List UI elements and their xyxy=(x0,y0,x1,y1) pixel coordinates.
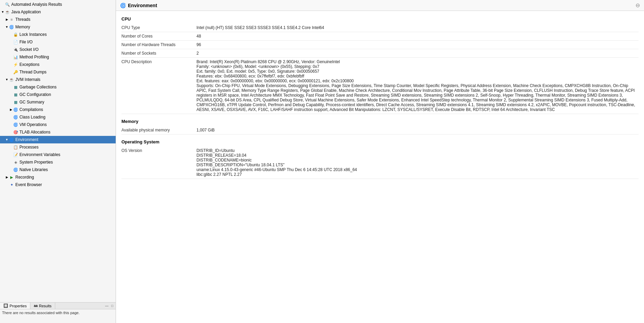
tree-item-icon: 🔒 xyxy=(13,32,18,37)
row-value: 48 xyxy=(196,32,639,41)
tree-item-icon: 📝 xyxy=(13,152,18,157)
sidebar-item-environment[interactable]: ▼🌀Environment xyxy=(0,136,116,143)
memory-heading: Memory xyxy=(121,119,639,124)
table-row: CPU DescriptionBrand: Intel(R) Xeon(R) P… xyxy=(121,58,639,114)
tab-properties[interactable]: 🔲 Properties xyxy=(0,303,30,309)
tree-item-label: Event Browser xyxy=(15,182,42,188)
row-value: 96 xyxy=(196,41,639,49)
sidebar-item-java-application[interactable]: ▼☕Java Application xyxy=(0,8,116,16)
tree-arrow: ▼ xyxy=(5,137,9,143)
tree-item-icon: 🌀 xyxy=(9,24,14,30)
environment-header-icon: 🌀 xyxy=(120,3,126,8)
tree-item-icon: ✦ xyxy=(9,182,14,187)
sidebar-item-file-io[interactable]: 📄File I/O xyxy=(0,38,116,46)
memory-table: Available physical memory1,007 GiB xyxy=(121,126,639,135)
tree-item-label: Garbage Collections xyxy=(19,84,57,90)
tree-arrow: ▼ xyxy=(1,9,5,15)
tree-item-icon: 🔌 xyxy=(13,47,18,52)
properties-icon: 🔲 xyxy=(3,304,8,308)
sidebar-item-exceptions[interactable]: ⚡Exceptions xyxy=(0,61,116,68)
sidebar-item-processes[interactable]: 📋Processes xyxy=(0,143,116,151)
tree-item-icon: ≡ xyxy=(9,17,14,22)
tree-item-label: VM Operations xyxy=(19,122,47,128)
tree-item-icon: ▶ xyxy=(9,174,14,180)
tree-item-label: Socket I/O xyxy=(19,46,39,53)
main-panel: 🌀 Environment ⊖ CPU CPU TypeIntel (null)… xyxy=(116,0,644,323)
cpu-heading: CPU xyxy=(121,16,639,22)
results-label: Results xyxy=(39,304,52,308)
sidebar-item-threads[interactable]: ▶≡Threads xyxy=(0,16,116,23)
tree-item-label: JVM Internals xyxy=(15,76,40,83)
bottom-tabs: 🔲 Properties aa Results — □ xyxy=(0,303,116,309)
sidebar-item-memory[interactable]: ▼🌀Memory xyxy=(0,23,116,31)
sidebar-item-vm-operations[interactable]: 🌀VM Operations xyxy=(0,121,116,128)
table-row: CPU TypeIntel (null) (HT) SSE SSE2 SSE3 … xyxy=(121,24,639,32)
tree-item-icon: ▦ xyxy=(13,99,18,105)
tree-arrow: ▶ xyxy=(9,107,13,113)
row-label: CPU Description xyxy=(121,58,196,114)
sidebar-item-method-profiling[interactable]: 📊Method Profiling xyxy=(0,53,116,61)
tree-item-label: GC Summary xyxy=(19,99,44,105)
sidebar-item-class-loading[interactable]: 🌀Class Loading xyxy=(0,113,116,121)
tree-item-label: Processes xyxy=(19,144,39,150)
tree-item-label: Compilations xyxy=(19,107,43,113)
table-row: OS VersionDISTRIB_ID=UbuntuDISTRIB_RELEA… xyxy=(121,146,639,179)
tree-item-icon: ☕ xyxy=(9,77,14,82)
tab-results[interactable]: aa Results xyxy=(30,303,55,309)
tree-item-icon: 🌀 xyxy=(13,167,18,172)
no-results-text: There are no results associated with thi… xyxy=(2,311,79,315)
table-row: Number of Hardware Threads96 xyxy=(121,41,639,49)
sidebar-item-compilations[interactable]: ▶🌀Compilations xyxy=(0,106,116,113)
row-value: 1,007 GiB xyxy=(196,126,639,135)
tree-item-label: System Properties xyxy=(19,159,53,165)
sidebar-item-gc-summary[interactable]: ▦GC Summary xyxy=(0,98,116,106)
sidebar-item-native-libraries[interactable]: 🌀Native Libraries xyxy=(0,166,116,173)
sidebar-item-system-properties[interactable]: ◈System Properties xyxy=(0,158,116,166)
sidebar-item-lock-instances[interactable]: 🔒Lock Instances xyxy=(0,31,116,38)
tree-item-label: Automated Analysis Results xyxy=(11,1,62,8)
close-button[interactable]: ⊖ xyxy=(635,2,640,9)
tree-item-label: Memory xyxy=(15,24,30,30)
row-value: DISTRIB_ID=UbuntuDISTRIB_RELEASE=18.04DI… xyxy=(196,146,639,179)
main-title: Environment xyxy=(128,3,635,8)
sidebar-item-recording[interactable]: ▶▶Recording xyxy=(0,173,116,181)
tree-arrow: ▼ xyxy=(5,24,9,30)
main-content: CPU CPU TypeIntel (null) (HT) SSE SSE2 S… xyxy=(116,11,644,323)
sidebar-item-garbage-collections[interactable]: ▦Garbage Collections xyxy=(0,83,116,91)
tree-item-icon: 📄 xyxy=(13,39,18,45)
minimize-button[interactable]: — xyxy=(104,303,109,308)
sidebar-item-tlab-allocations[interactable]: 🎯TLAB Allocations xyxy=(0,128,116,136)
tree-item-icon: 📊 xyxy=(13,54,18,60)
tree-item-label: Recording xyxy=(15,174,34,180)
bottom-content: There are no results associated with thi… xyxy=(0,309,116,323)
tree-item-label: File I/O xyxy=(19,39,33,45)
sidebar-item-thread-dumps[interactable]: 🔑Thread Dumps xyxy=(0,68,116,76)
sidebar-item-environment-variables[interactable]: 📝Environment Variables xyxy=(0,151,116,158)
tree-item-icon: ☕ xyxy=(5,9,10,15)
tree-item-icon: ▦ xyxy=(13,84,18,90)
sidebar-tree: 🔍Automated Analysis Results▼☕Java Applic… xyxy=(0,0,116,302)
table-row: Available physical memory1,007 GiB xyxy=(121,126,639,135)
tree-item-icon: 🔑 xyxy=(13,69,18,75)
table-row: Number of Cores48 xyxy=(121,32,639,41)
os-table: OS VersionDISTRIB_ID=UbuntuDISTRIB_RELEA… xyxy=(121,146,639,179)
row-label: CPU Type xyxy=(121,24,196,32)
maximize-button[interactable]: □ xyxy=(110,303,114,308)
sidebar-item-gc-configuration[interactable]: ▦GC Configuration xyxy=(0,91,116,98)
sidebar: 🔍Automated Analysis Results▼☕Java Applic… xyxy=(0,0,116,323)
tree-item-label: Thread Dumps xyxy=(19,69,46,75)
sidebar-item-jvm-internals[interactable]: ▼☕JVM Internals xyxy=(0,76,116,83)
sidebar-item-socket-io[interactable]: 🔌Socket I/O xyxy=(0,46,116,53)
table-row: Number of Sockets2 xyxy=(121,49,639,58)
tree-item-icon: 🔍 xyxy=(5,2,10,7)
tree-item-label: Class Loading xyxy=(19,114,45,120)
os-heading: Operating System xyxy=(121,139,639,144)
row-value: Brand: Intel(R) Xeon(R) Platinum 8268 CP… xyxy=(196,58,639,114)
sidebar-item-event-browser[interactable]: ✦Event Browser xyxy=(0,181,116,188)
tree-arrow: ▼ xyxy=(5,76,9,83)
tree-item-label: Lock Instances xyxy=(19,31,47,38)
sidebar-item-automated-analysis[interactable]: 🔍Automated Analysis Results xyxy=(0,1,116,8)
tree-item-label: GC Configuration xyxy=(19,92,51,98)
main-header: 🌀 Environment ⊖ xyxy=(116,0,644,11)
tree-item-icon: 📋 xyxy=(13,144,18,150)
